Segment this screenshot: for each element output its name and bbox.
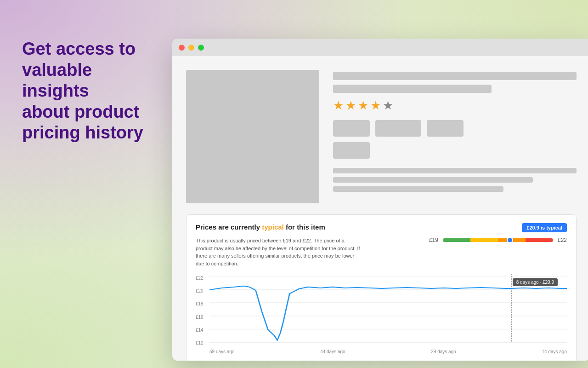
widget-title: Prices are currently typical for this it… — [196, 223, 325, 231]
product-subtitle-bar — [333, 85, 492, 93]
range-segment-red — [526, 238, 553, 242]
desc-bar-3 — [333, 186, 503, 192]
button-placeholder-2[interactable] — [375, 120, 421, 137]
widget-title-area: Prices are currently typical for this it… — [196, 223, 325, 231]
headline-line3: about product — [22, 102, 139, 121]
title-status: typical — [262, 223, 284, 231]
button-placeholder-4[interactable] — [333, 142, 370, 159]
product-area: ★ ★ ★ ★ ★ — [186, 70, 577, 203]
desc-bar-1 — [333, 168, 577, 173]
headline-line4: pricing history — [22, 123, 143, 142]
x-axis-labels: 59 days ago 44 days ago 29 days ago 14 d… — [209, 349, 567, 354]
y-label-20: £20 — [196, 288, 204, 293]
button-placeholder-3[interactable] — [427, 120, 464, 137]
star-1: ★ — [333, 98, 344, 113]
star-2: ★ — [345, 98, 356, 113]
browser-titlebar — [172, 39, 588, 56]
range-segment-green — [443, 238, 470, 242]
product-info: ★ ★ ★ ★ ★ — [333, 70, 577, 203]
button-placeholder-1[interactable] — [333, 120, 370, 137]
browser-window: ★ ★ ★ ★ ★ — [172, 39, 588, 361]
headline-line1: Get access to — [22, 39, 136, 58]
star-rating: ★ ★ ★ ★ ★ — [333, 98, 577, 113]
title-suffix: for this item — [284, 223, 325, 231]
star-3: ★ — [358, 98, 368, 113]
x-label-29: 29 days ago — [431, 349, 456, 354]
product-buttons — [333, 120, 577, 137]
price-chart-container: £22 £20 £18 £16 £14 £12 — [196, 274, 567, 347]
price-chart-widget: Prices are currently typical for this it… — [186, 214, 577, 361]
maximize-button-icon[interactable] — [198, 45, 204, 51]
headline: Get access to valuable insights about pr… — [22, 39, 160, 144]
chart-tooltip: 8 days ago · £20.9 — [513, 278, 558, 286]
x-label-44: 44 days ago — [320, 349, 345, 354]
widget-header: Prices are currently typical for this it… — [196, 223, 567, 232]
product-image — [186, 70, 319, 203]
price-range-bar — [443, 238, 553, 242]
browser-content: ★ ★ ★ ★ ★ — [172, 56, 588, 361]
product-title-bar — [333, 72, 577, 80]
headline-line2: valuable insights — [22, 60, 92, 101]
y-label-18: £18 — [196, 301, 204, 306]
left-panel: Get access to valuable insights about pr… — [22, 39, 160, 144]
x-label-59: 59 days ago — [209, 349, 235, 354]
y-label-16: £16 — [196, 315, 204, 320]
title-prefix: Prices are currently — [196, 223, 262, 231]
typical-badge: £20.9 is typical — [522, 223, 567, 232]
minimize-button-icon[interactable] — [188, 45, 194, 51]
range-segment-yellow — [470, 238, 498, 242]
close-button-icon[interactable] — [179, 45, 185, 51]
widget-description: This product is usually priced between £… — [196, 237, 361, 267]
star-5: ★ — [383, 98, 393, 113]
y-label-22: £22 — [196, 276, 204, 281]
desc-bar-2 — [333, 177, 533, 183]
range-max-label: £22 — [558, 237, 567, 243]
y-label-14: £14 — [196, 328, 204, 333]
description-bars — [333, 168, 577, 192]
y-label-12: £12 — [196, 340, 204, 345]
range-min-label: £19 — [429, 237, 438, 243]
star-4: ★ — [370, 98, 381, 113]
range-indicator-dot — [507, 238, 513, 242]
x-label-14: 14 days ago — [542, 349, 567, 354]
